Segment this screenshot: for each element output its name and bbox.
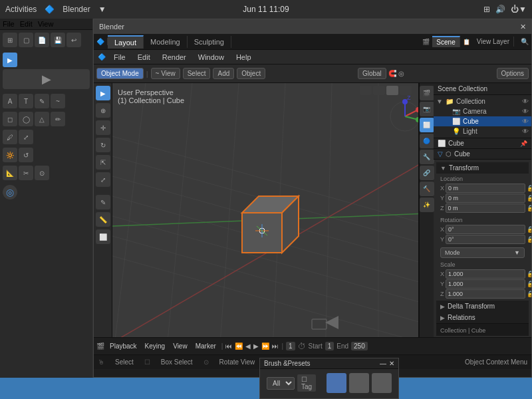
options-btn[interactable]: Options [497,68,529,79]
light-visibility[interactable]: 👁 [522,128,529,135]
scene-item-camera[interactable]: 📷 Camera 👁 [434,106,531,116]
t15[interactable]: ⊙ [35,166,49,180]
scale-x-input[interactable] [446,269,525,279]
menu-render[interactable]: Render [157,52,192,63]
playback-menu[interactable]: Playback [107,342,140,350]
play-reverse-btn[interactable]: ◀ [245,342,251,350]
object-btn[interactable]: Object [237,68,265,79]
snap-icon[interactable]: 🧲 [388,70,396,77]
start-value[interactable]: 1 [325,342,334,350]
left-menu-view[interactable]: View [38,20,54,28]
material-icon[interactable]: 🔵 [420,134,434,148]
t10[interactable]: ⤢ [19,130,33,144]
left-menu-edit[interactable]: Edit [20,20,33,28]
mode-selector[interactable]: Object Mode [96,68,144,79]
camera-name[interactable]: Camera [463,108,487,115]
t3[interactable]: ✎ [35,94,49,108]
loc-x-input[interactable] [446,184,525,193]
select-box-tool[interactable]: ▶ [96,86,110,100]
collection-name[interactable]: Collection [456,98,485,105]
annotate-tool[interactable]: ✎ [96,195,110,209]
prev-frame-btn[interactable]: ⏪ [235,342,243,350]
t2[interactable]: T [19,94,33,108]
t7[interactable]: △ [35,112,49,126]
transform-tool[interactable]: ⤢ [96,172,110,187]
scale-tool[interactable]: ⇱ [96,155,110,170]
cube-visibility[interactable]: 👁 [522,118,529,125]
blender-app-label[interactable]: Blender [63,5,90,14]
t12[interactable]: ↺ [19,148,33,162]
scale-z-lock[interactable]: 🔒 [527,291,532,297]
brush-panel-close[interactable]: ✕ [389,360,394,367]
brush-filter-select[interactable]: All [267,377,295,390]
collection-visibility[interactable]: 👁 [522,98,529,105]
object-name-value[interactable]: Cube [448,140,464,147]
left-tool-3[interactable]: 📄 [35,33,49,47]
end-value[interactable]: 250 [351,342,368,350]
next-frame-btn[interactable]: ⏩ [261,342,269,350]
scale-y-lock[interactable]: 🔒 [527,281,531,287]
light-name[interactable]: Light [463,128,477,135]
scale-z-input[interactable] [446,289,525,299]
menu-window[interactable]: Window [193,52,229,63]
constraint-icon[interactable]: 🔗 [420,166,434,180]
rot-y-lock[interactable]: 🔒 [527,236,531,243]
physics-icon[interactable]: 🔧 [420,150,434,164]
keying-menu[interactable]: Keying [142,342,168,350]
view-btn[interactable]: ~ View [151,68,180,79]
modifier-icon[interactable]: 🔨 [420,182,434,196]
tab-modeling[interactable]: Modeling [144,36,188,48]
brush-preset-1[interactable] [327,373,346,393]
jump-start-btn[interactable]: ⏮ [225,342,232,350]
mesh-name-value[interactable]: Cube [454,150,470,158]
scale-y-input[interactable] [446,279,525,289]
marker-menu[interactable]: Marker [193,342,219,350]
brush-panel-minimize[interactable]: — [380,360,386,367]
left-tool-5[interactable]: ↩ [66,33,81,47]
render-icon[interactable]: 📷 [420,102,434,116]
tab-scene[interactable]: Scene [432,36,460,47]
rot-y-input[interactable] [446,235,525,244]
t5[interactable]: ◻ [3,112,17,126]
global-btn[interactable]: Global [358,68,386,79]
t6[interactable]: ◯ [19,112,33,126]
jump-end-btn[interactable]: ⏭ [272,342,279,350]
t4[interactable]: ~ [51,94,65,108]
delta-transform-header[interactable]: ▶ Delta Transform [436,301,529,312]
search-icon[interactable]: 🔍 [518,38,531,45]
tab-view-layer[interactable]: View Layer [473,37,514,47]
color-wheel[interactable]: ◎ [3,185,17,200]
brush-preset-2[interactable] [349,373,369,393]
menu-help[interactable]: Help [231,52,257,63]
view-menu[interactable]: View [170,342,190,350]
viewport-3d[interactable]: X Y Z 🔍 ✋ ↻ ⊙ [112,83,418,337]
rotate-tool[interactable]: ↻ [96,138,110,152]
particles-icon[interactable]: ✨ [420,198,434,212]
menu-edit[interactable]: Edit [132,52,156,63]
close-button[interactable]: ✕ [520,23,526,31]
t1[interactable]: A [3,94,17,108]
loc-x-lock[interactable]: 🔒 [527,185,531,192]
move-tool[interactable]: ✛ [96,120,110,135]
cursor-tool[interactable]: ⊕ [96,103,110,118]
t11[interactable]: 🔆 [3,148,17,162]
proportional-icon[interactable]: ◎ [398,70,404,77]
select-btn[interactable]: Select [183,68,211,79]
t13[interactable]: 📐 [3,166,17,180]
camera-visibility[interactable]: 👁 [522,108,529,115]
left-tool-4[interactable]: 💾 [51,33,65,47]
measure-tool[interactable]: 📏 [96,212,110,227]
left-menu-file[interactable]: File [3,20,15,28]
scene-icon[interactable]: 🎬 [420,86,434,100]
menu-file[interactable]: File [108,52,131,63]
object-name-pin[interactable]: 📌 [520,140,527,147]
t14[interactable]: ✂ [19,166,33,180]
scene-item-cube[interactable]: ⬜ Cube 👁 [434,116,531,126]
scene-item-collection[interactable]: ▼ 📁 Collection 👁 [434,96,531,106]
loc-z-lock[interactable]: 🔒 [527,205,532,211]
activities-label[interactable]: Activities [5,5,37,14]
scale-x-lock[interactable]: 🔒 [527,271,531,277]
cube-name[interactable]: Cube [463,118,479,125]
left-tool-1[interactable]: ⊞ [3,33,17,47]
frame-display[interactable]: 1 [286,342,295,350]
